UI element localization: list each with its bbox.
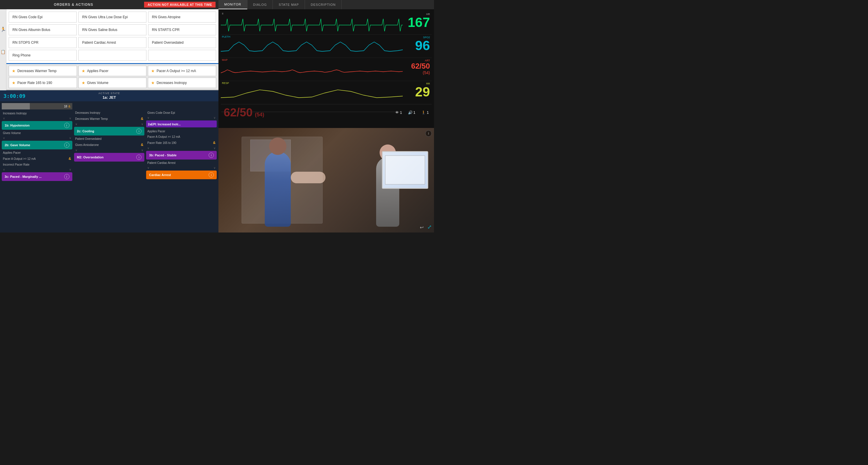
chevron-1e: ∨ — [3, 168, 5, 171]
star-icon-4: ★ — [12, 81, 16, 85]
state-2b-gave-volume[interactable]: 2b: Gave Volume i — [2, 141, 72, 149]
eye-icon: 👁 — [395, 110, 399, 115]
col1-applies-pacer: Applies Pacer — [2, 151, 72, 155]
col2-action1: Decreases Inotropy — [74, 111, 145, 115]
resp-label: RESP — [222, 82, 229, 85]
tab-description[interactable]: DESCRIPTION — [305, 0, 342, 9]
action-btn-9[interactable]: Ring Phone — [9, 50, 77, 61]
state-m2-info[interactable]: i — [136, 155, 142, 160]
bp-map-large: (54) — [255, 112, 264, 118]
action-btn-4[interactable]: RN Gives Saline Bolus — [79, 24, 146, 35]
state-3b-paced-stable[interactable]: 3b: Paced - Stable i — [146, 151, 217, 159]
chevron-2c: ∨ — [75, 148, 77, 152]
monitor-display: II HR 167 PLETH — [218, 9, 434, 128]
action-btn-5[interactable]: RN STARTS CPR — [148, 24, 216, 35]
amp-icon-2: & — [141, 117, 144, 121]
action-btn-7[interactable]: Patient Cardiac Arrest — [79, 37, 146, 48]
sound-icon: 🔊 — [408, 110, 412, 115]
state-m2-label: M2: Oversedation — [77, 155, 103, 159]
trigger-row-2: ★ Pacer Rate 165 to 190 ★ Gives Volume ★… — [9, 78, 216, 88]
bp-status-row: 62/50 (54) 👁 1 🔊 1 🚶 — [221, 104, 432, 120]
trigger-decreases-inotropy[interactable]: ★ Decreases Inotropy — [148, 78, 216, 88]
state-3c-label: 3c: Paced - Marginally ... — [5, 175, 42, 178]
state-3c-info[interactable]: i — [64, 174, 69, 179]
state-cardiac-arrest-info[interactable]: i — [209, 172, 214, 177]
state-3c-paced[interactable]: 3c: Paced - Marginally ... i — [2, 172, 72, 181]
map-label: MAP — [222, 58, 228, 61]
eye-status: 👁 1 — [395, 110, 402, 115]
timer-display: 3:00:09 — [3, 93, 26, 99]
resp-row: RESP RR 29 — [221, 81, 432, 104]
col2-action2: Decreases Warmer Temp & — [74, 116, 145, 121]
state-2b-info[interactable]: i — [64, 142, 69, 148]
action-btn-6[interactable]: RN STOPS CPR — [9, 37, 77, 48]
state-cardiac-arrest[interactable]: Cardiac Arrest i — [146, 171, 217, 179]
state-1b-info[interactable]: i — [64, 123, 69, 128]
bp-divider — [221, 112, 402, 112]
spo2-value: 96 — [415, 39, 430, 52]
state-2c-label: 2c: Cooling — [77, 129, 94, 133]
state-map-content: 18 & Increases Inotropy ∨ ∨ 1b: Hypotens… — [0, 101, 218, 233]
state-3b-info[interactable]: i — [209, 153, 214, 158]
action-btn-1[interactable]: RN Gives Ultra Low Dose Epi — [79, 11, 146, 23]
person-1-head — [269, 138, 286, 155]
run-icon: 🏃 — [0, 27, 6, 32]
tab-dialog[interactable]: DIALOG — [247, 0, 273, 9]
list-icon: 📋 — [1, 50, 5, 54]
chevron-3c: ∨ — [147, 146, 149, 150]
walk-value: 1 — [427, 110, 429, 115]
chevron-2d: ∨ — [141, 148, 143, 152]
action-btn-10[interactable] — [79, 50, 146, 61]
chevron-1a: ∨ — [3, 117, 5, 120]
col3-pacer-output: Pacer A Output >= 12 mA — [146, 135, 217, 139]
action-btn-11[interactable] — [148, 50, 216, 61]
chevron-1b: ∨ — [69, 117, 71, 120]
amp-icon-1: & — [69, 157, 71, 161]
scene-back-icon[interactable]: ↩ — [420, 225, 424, 230]
trigger-label-3: Pacer A Output >= 12 mA — [157, 69, 196, 73]
state-1b-hypotension[interactable]: 1b: Hypotension i — [2, 121, 72, 130]
pleth-row: PLETH SPO2 96 — [221, 35, 432, 58]
active-state-text: ACTIVE STATE — [98, 92, 120, 95]
trigger-pacer-output[interactable]: ★ Pacer A Output >= 12 mA — [148, 66, 216, 76]
scene-info-icon[interactable]: i — [425, 130, 432, 137]
trigger-label-2: Applies Pacer — [87, 69, 108, 73]
trigger-label-6: Decreases Inotropy — [157, 81, 187, 85]
action-btn-3[interactable]: RN Gives Albumin Bolus — [9, 24, 77, 35]
amp-icon-3: & — [141, 143, 144, 147]
tab-state-map[interactable]: STATE MAP — [273, 0, 305, 9]
state-m2-oversedation[interactable]: M2: Oversedation i — [74, 153, 145, 162]
scene-expand-icon[interactable]: ⤢ — [427, 224, 432, 230]
col3-cardiac-arrest: Patient Cardiac Arrest — [146, 161, 217, 165]
actions-grid: RN Gives Code Epi RN Gives Ultra Low Dos… — [6, 9, 218, 64]
star-icon-2: ★ — [82, 69, 85, 73]
ecg-label: II — [222, 12, 223, 15]
trigger-gives-volume[interactable]: ★ Gives Volume — [79, 78, 147, 88]
walk-status: 🚶 1 — [421, 110, 429, 115]
progress-bar-1: 18 & — [2, 103, 72, 110]
state-2b-label: 2b: Gave Volume — [5, 143, 30, 147]
state-2c-info[interactable]: i — [136, 128, 142, 134]
ecg-row: II HR 167 — [221, 11, 432, 35]
orders-header: ORDERS & ACTIONS ACTION NOT AVAILABLE AT… — [0, 0, 218, 9]
tab-monitor[interactable]: MONITOR — [218, 0, 247, 9]
trigger-pacer-rate[interactable]: ★ Pacer Rate 165 to 190 — [9, 78, 77, 88]
sound-status: 🔊 1 — [408, 110, 415, 115]
state-3b-label: 3b: Paced - Stable — [149, 153, 177, 157]
trigger-applies-pacer[interactable]: ★ Applies Pacer — [79, 66, 147, 76]
action-btn-2[interactable]: RN Gives Atropine — [148, 11, 216, 23]
col2-gives-amiodarone: Gives Amiodarone & — [74, 142, 145, 147]
trigger-row-1: ★ Decreases Warmer Temp ★ Applies Pacer … — [9, 66, 216, 76]
action-btn-0[interactable]: RN Gives Code Epi — [9, 11, 77, 23]
walk-icon: 🚶 — [421, 110, 426, 115]
action-btn-8[interactable]: Patient Oversedated — [148, 37, 216, 48]
state-2c-cooling[interactable]: 2c: Cooling i — [74, 127, 145, 136]
trigger-decreases-warmer[interactable]: ★ Decreases Warmer Temp — [9, 66, 77, 76]
star-icon-3: ★ — [151, 69, 155, 73]
tablet-screen — [382, 151, 428, 189]
col2-patient-oversedated: Patient Oversedated — [74, 137, 145, 141]
hr-value: 167 — [408, 16, 430, 29]
3d-scene: i ↩ ⤢ — [218, 128, 434, 233]
status-icons-row: 👁 1 🔊 1 🚶 1 — [395, 110, 429, 115]
progress-icon: & — [68, 105, 70, 108]
